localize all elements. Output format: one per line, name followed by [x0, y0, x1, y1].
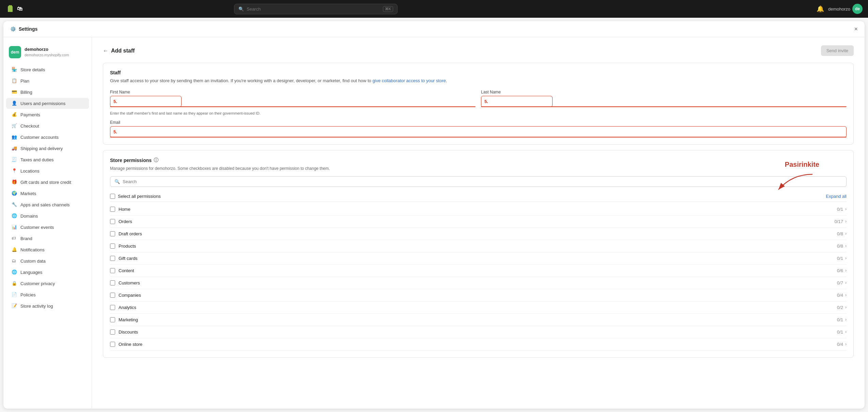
sidebar-item-languages[interactable]: 🌐 Languages — [6, 267, 89, 278]
permission-row: Online store 0/4 › — [110, 338, 847, 351]
perm-chevron-10[interactable]: › — [845, 329, 847, 334]
permission-row: Home 0/1 › — [110, 203, 847, 216]
first-name-input[interactable] — [110, 96, 182, 107]
brand-icon: 🏷 — [12, 236, 17, 241]
send-invite-button[interactable]: Send invite — [821, 45, 854, 56]
sidebar-label-domains: Domains — [20, 214, 38, 219]
sidebar-item-gift-cards[interactable]: 🎁 Gift cards and store credit — [6, 177, 89, 188]
last-name-input[interactable] — [481, 96, 553, 107]
search-icon: 🔍 — [238, 6, 244, 12]
sidebar-item-domains[interactable]: 🌐 Domains — [6, 210, 89, 221]
perm-checkbox-7[interactable] — [110, 293, 115, 298]
collaborator-link[interactable]: give collaborator access to your store — [372, 78, 446, 83]
back-arrow-icon[interactable]: ← — [103, 48, 108, 54]
sidebar-item-markets[interactable]: 🌍 Markets — [6, 188, 89, 199]
sidebar-item-payments[interactable]: 💰 Payments — [6, 109, 89, 120]
staff-card: Staff Give staff access to your store by… — [103, 63, 854, 145]
page-header: ← Add staff Send invite — [103, 45, 854, 56]
perm-chevron-6[interactable]: › — [845, 280, 847, 285]
perm-chevron-11[interactable]: › — [845, 342, 847, 347]
perm-chevron-9[interactable]: › — [845, 317, 847, 322]
perm-left-1: Orders — [110, 219, 132, 224]
sidebar-item-customer-events[interactable]: 📊 Customer events — [6, 222, 89, 233]
page-title: Add staff — [111, 48, 135, 54]
sidebar-item-store-activity[interactable]: 📝 Store activity log — [6, 300, 89, 311]
sidebar-item-plan[interactable]: 📋 Plan — [6, 75, 89, 86]
sidebar-item-customer-privacy[interactable]: 🔒 Customer privacy — [6, 278, 89, 289]
perm-chevron-1[interactable]: › — [845, 219, 847, 224]
sidebar-item-billing[interactable]: 💳 Billing — [6, 87, 89, 98]
perm-checkbox-5[interactable] — [110, 268, 115, 273]
store-url: demohorzo.myshopify.com — [25, 53, 69, 57]
perm-count-2: 0/8 › — [837, 231, 847, 236]
perm-label-9: Marketing — [119, 317, 138, 322]
perm-chevron-4[interactable]: › — [845, 256, 847, 261]
customer-privacy-icon: 🔒 — [12, 281, 17, 286]
sidebar-label-brand: Brand — [20, 236, 32, 241]
perm-chevron-3[interactable]: › — [845, 244, 847, 248]
sidebar-label-customer-accounts: Customer accounts — [20, 135, 59, 140]
sidebar-label-custom-data: Custom data — [20, 259, 46, 264]
perm-left-8: Analytics — [110, 305, 136, 310]
close-button[interactable]: × — [854, 26, 858, 32]
sidebar-item-locations[interactable]: 📍 Locations — [6, 165, 89, 176]
perm-chevron-2[interactable]: › — [845, 231, 847, 236]
perm-checkbox-4[interactable] — [110, 256, 115, 261]
perm-left-10: Discounts — [110, 329, 138, 335]
first-name-label: First Name — [110, 90, 476, 94]
sidebar-label-billing: Billing — [20, 90, 32, 95]
staff-card-title: Staff — [110, 70, 847, 75]
perm-checkbox-8[interactable] — [110, 305, 115, 310]
perm-checkbox-9[interactable] — [110, 317, 115, 322]
sidebar-item-policies[interactable]: 📄 Policies — [6, 289, 89, 300]
first-name-group: First Name 5. — [110, 90, 476, 107]
email-input[interactable] — [110, 126, 847, 137]
search-input[interactable] — [247, 6, 380, 12]
sidebar-item-shipping[interactable]: 🚚 Shipping and delivery — [6, 143, 89, 154]
permissions-search[interactable]: 🔍 — [110, 176, 847, 187]
perm-chevron-8[interactable]: › — [845, 305, 847, 310]
sidebar-item-checkout[interactable]: 🛒 Checkout — [6, 120, 89, 131]
markets-icon: 🌍 — [12, 191, 17, 196]
sidebar-item-taxes[interactable]: 🧾 Taxes and duties — [6, 154, 89, 165]
languages-icon: 🌐 — [12, 269, 17, 275]
perm-label-10: Discounts — [119, 329, 138, 335]
sidebar-item-users[interactable]: 👤 Users and permissions — [6, 98, 89, 109]
sidebar-item-customer-accounts[interactable]: 👥 Customer accounts — [6, 132, 89, 143]
perm-left-2: Draft orders — [110, 231, 142, 236]
perm-checkbox-3[interactable] — [110, 244, 115, 249]
plan-icon: 📋 — [12, 78, 17, 84]
perm-left-4: Gift cards — [110, 256, 138, 261]
sidebar-item-brand[interactable]: 🏷 Brand — [6, 233, 89, 244]
custom-data-icon: 🗂 — [12, 258, 17, 264]
search-bar[interactable]: 🔍 ⌘K — [234, 4, 398, 14]
perm-checkbox-11[interactable] — [110, 342, 115, 347]
perm-chevron-7[interactable]: › — [845, 293, 847, 297]
select-all-checkbox[interactable] — [110, 194, 115, 199]
content-area: ← Add staff Send invite Staff Give staff… — [92, 37, 865, 408]
logo-text: 🛍 — [17, 6, 22, 12]
user-menu[interactable]: demohorzo de — [828, 4, 863, 14]
sidebar-item-notifications[interactable]: 🔔 Notifications — [6, 244, 89, 255]
permissions-search-input[interactable] — [123, 179, 842, 184]
sidebar-label-users: Users and permissions — [20, 101, 65, 106]
perm-label-4: Gift cards — [119, 256, 138, 261]
permission-row: Orders 0/17 › — [110, 216, 847, 228]
sidebar-item-apps[interactable]: 🔧 Apps and sales channels — [6, 199, 89, 210]
locations-icon: 📍 — [12, 168, 17, 174]
taxes-icon: 🧾 — [12, 157, 17, 162]
perm-chevron-0[interactable]: › — [845, 207, 847, 211]
sidebar-item-custom-data[interactable]: 🗂 Custom data — [6, 255, 89, 266]
sidebar-label-store-activity: Store activity log — [20, 304, 53, 309]
perm-checkbox-0[interactable] — [110, 207, 115, 212]
perm-checkbox-1[interactable] — [110, 219, 115, 224]
sidebar-item-store-details[interactable]: 🏪 Store details — [6, 64, 89, 75]
perm-checkbox-10[interactable] — [110, 329, 115, 335]
first-name-input-container: 5. — [110, 96, 476, 107]
perm-checkbox-6[interactable] — [110, 280, 115, 285]
perm-checkbox-2[interactable] — [110, 231, 115, 236]
expand-all-button[interactable]: Expand all — [826, 194, 847, 199]
perm-chevron-5[interactable]: › — [845, 268, 847, 273]
settings-title-text: Settings — [19, 26, 37, 32]
notification-bell-icon[interactable]: 🔔 — [817, 5, 824, 13]
